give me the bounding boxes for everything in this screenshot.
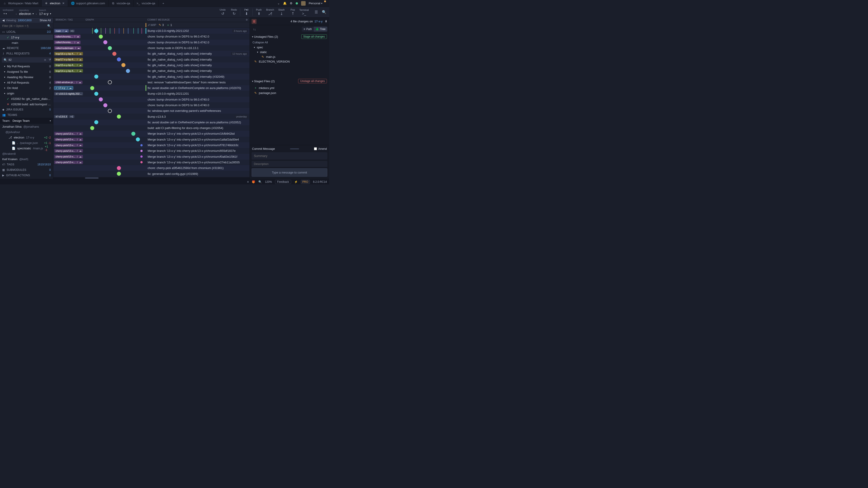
tab-repo-electron[interactable]: ⚛electron✕ — [41, 0, 68, 6]
commit-button[interactable]: Type a message to commit — [252, 168, 327, 177]
pr-origin[interactable]: ▾origin — [0, 91, 53, 96]
show-all-link[interactable]: Show All — [39, 19, 51, 22]
zoom-icon[interactable]: 🔍 — [258, 180, 262, 184]
search-icon[interactable]: 🔍 — [47, 24, 51, 28]
tab-workspace[interactable]: ⌂Workspace / Malo Mart — [0, 0, 41, 6]
gear-icon[interactable]: ⚙ — [246, 19, 248, 21]
commit-row[interactable]: child-window-pr... ⤸ ☁ test: remove "nat… — [53, 79, 250, 85]
section-gh-actions[interactable]: ▶GITHUB ACTIONS0 — [0, 173, 53, 178]
section-teams[interactable]: 👥TEAMS — [0, 112, 53, 118]
chevron-down-icon[interactable]: ⌄ — [277, 2, 280, 5]
commit-row[interactable]: ✓ 17-x-y ⤸ ☁ fix: avoid double call in O… — [53, 85, 250, 91]
team-selector[interactable]: Team:Design Team▾ — [0, 118, 53, 124]
file-main-js[interactable]: ✎main.js — [253, 55, 329, 59]
branch-selector[interactable]: branch17-x-y▾ — [39, 9, 51, 15]
h-scrollbar[interactable] — [53, 177, 250, 179]
section-submodules[interactable]: ▦SUBMODULES0 — [0, 167, 53, 173]
team-member[interactable]: Jonathan Silva @jonathans — [0, 124, 53, 129]
commit-row[interactable]: fix: window.open not overriding parent's… — [53, 108, 250, 113]
repo-selector[interactable]: repositoryelectron▾ — [19, 9, 33, 15]
branch-main[interactable]: main — [0, 40, 53, 45]
close-icon[interactable]: ✕ — [62, 2, 65, 5]
commit-row[interactable]: cherry-pick/13-x... ⤸ ☁ Merge branch '13… — [53, 142, 250, 148]
team-member[interactable]: Keif Kraken @keif1 — [0, 156, 53, 162]
gift-icon[interactable]: 🎁 — [252, 180, 255, 184]
pr-item-2[interactable]: ✕#28288 build: add boringssl hea... — [0, 101, 53, 107]
commit-row[interactable]: trop/15-x-y-bp-fi... ⤸ ☁ fix: gtk_native… — [53, 62, 250, 68]
staged-header[interactable]: ▾ Staged Files (2)Unstage all changes — [250, 77, 329, 85]
tab-vscode-qa-1[interactable]: ⧉vscode-qa — [108, 0, 133, 6]
drag-handle[interactable] — [290, 149, 299, 149]
commit-row[interactable]: roller/chromiu... ⤸ ☁ chore: bump chromi… — [53, 39, 250, 45]
section-jira[interactable]: ◆JIRA ISSUES0 — [0, 107, 53, 112]
team-member[interactable]: 📄 spec/static /main.js+1 -1 — [0, 145, 53, 151]
commit-row[interactable]: fix: generate valid config.gypi (#31989) — [53, 171, 250, 176]
search-icon[interactable]: 🔍 — [322, 10, 327, 14]
section-tags[interactable]: 🏷TAGS1610/1610 — [0, 162, 53, 167]
filter-input[interactable] — [2, 24, 46, 28]
toolbar-push[interactable]: Push⬆ — [254, 8, 264, 16]
section-remote[interactable]: ☁REMOTE188/188 — [0, 45, 53, 51]
tier-badge[interactable]: PRO — [301, 180, 310, 184]
commit-summary-input[interactable] — [252, 152, 327, 160]
commit-row[interactable]: trop/17-x-y-bp-fi... ⤸ ☁ fix: gtk_native… — [53, 57, 250, 62]
toggle-tree[interactable]: 🌲Tree — [314, 27, 327, 32]
toolbar-pull[interactable]: Pull⬇▾ — [241, 8, 252, 16]
section-prs[interactable]: ⤸PULL REQUESTS4 — [0, 51, 53, 56]
commit-row[interactable]: roller/node/main ⤸ ☁ chore: bump node in… — [53, 45, 250, 51]
section-local[interactable]: ▭LOCAL2/2 — [0, 29, 53, 35]
pr-group[interactable]: ▾Awaiting My Review0 — [0, 74, 53, 80]
pr-item-1[interactable]: ✓#32082 fix: gtk_native_dialog_ru... — [0, 96, 53, 101]
commit-row[interactable]: cherry-pick/13-x... ⤸ ☁ Merge branch '13… — [53, 154, 250, 160]
bell-icon[interactable]: 🔔 — [283, 2, 287, 5]
toggle-path[interactable]: ≡Path — [302, 27, 314, 32]
file-package-json[interactable]: ✎package.json — [253, 91, 329, 95]
stage-all-button[interactable]: Stage all changes — [301, 34, 327, 39]
commit-row[interactable]: trop/14-x-y-bp-fi... ⤸ ☁ fix: gtk_native… — [53, 68, 250, 74]
commit-row[interactable]: cherry-pick/13-x... ⤸ ☁ Merge branch '13… — [53, 148, 250, 154]
tab-support[interactable]: 🌐support.gitkraken.com — [68, 0, 108, 6]
wip-row[interactable]: // WIP ✎3 ＋1 — [53, 22, 250, 28]
commit-row[interactable]: build: add CI path-filtering for docs-on… — [53, 125, 250, 131]
toolbar-stash[interactable]: Stash⤓ — [276, 8, 287, 16]
avatar[interactable] — [301, 1, 306, 6]
pr-group[interactable]: ▾Assigned To Me0 — [0, 69, 53, 74]
zoom-level[interactable]: 120% — [265, 180, 272, 184]
team-member[interactable]: @kraken8 — [0, 151, 53, 156]
toolbar-branch[interactable]: Branch⎇ — [265, 8, 275, 16]
panel-toggle-icon[interactable]: ☰ — [315, 10, 318, 14]
gear-icon[interactable]: ⚙ — [290, 2, 292, 5]
add-button[interactable]: ＋▾ — [3, 11, 7, 15]
toolbar-undo[interactable]: Undo↺ — [217, 8, 228, 16]
feedback-button[interactable]: Feedback — [275, 180, 291, 184]
folder-spec[interactable]: ▾spec — [253, 45, 329, 50]
download-icon[interactable]: ⬇ — [325, 20, 327, 23]
commit-row[interactable]: trop/16-x-y-bp-fi... ⤸ ☁ fix: gtk_native… — [53, 51, 250, 57]
toolbar-redo[interactable]: Redo↻ — [229, 8, 239, 16]
list-icon[interactable]: ≡ — [247, 180, 249, 184]
pr-group[interactable]: ▾All Pull Requests4 — [0, 80, 53, 85]
back-icon[interactable]: ◀ — [2, 19, 4, 22]
commit-row[interactable]: chore: cherry-pick a5f54612590d from chr… — [53, 165, 250, 171]
commit-row[interactable]: fix: gtk_native_dialog_run() calls show(… — [53, 74, 250, 79]
collapse-all[interactable]: Collapse All — [250, 40, 329, 44]
commit-desc-input[interactable] — [252, 161, 327, 167]
file-mkdocs[interactable]: ＋mkdocs.yml — [253, 85, 329, 91]
commit-row[interactable]: 🏷 v18.0.0-nightly.202... Bump v18.0.0-ni… — [53, 91, 250, 96]
commit-row[interactable]: cherry-pick/13-x... ⤸ ☁ Merge branch '13… — [53, 160, 250, 165]
tab-vscode-qa-2[interactable]: >_vscode-qa — [133, 0, 159, 6]
toolbar-terminal[interactable]: Terminal>_ — [299, 8, 309, 16]
sort-button[interactable]: ↑↓ — [252, 27, 257, 32]
commit-row[interactable]: cherry-pick/13-x... ⤸ ☁ Merge branch '13… — [53, 137, 250, 142]
toolbar-pop[interactable]: Pop⤒ — [287, 8, 298, 16]
folder-static[interactable]: ▾static — [253, 50, 329, 55]
unstaged-header[interactable]: ▾ Unstaged Files (2)Stage all changes — [250, 33, 329, 40]
commit-row[interactable]: chore: bump chromium in DEPS to 98.0.474… — [53, 102, 250, 108]
commit-row[interactable]: main ⤸ ☁+1 Bump v18.0.0-nightly.20211202… — [53, 28, 250, 34]
team-member[interactable]: @jsilvafour — [0, 129, 53, 135]
team-member[interactable]: ⎇ electron 17-x-y+2 -2 — [0, 135, 53, 140]
unstage-all-button[interactable]: Unstage all changes — [298, 79, 327, 84]
pr-group[interactable]: ▾On Hold2 — [0, 85, 53, 91]
commit-row[interactable]: fix: avoid double call in OnRefreshCompl… — [53, 120, 250, 125]
discard-button[interactable]: 🗑 — [252, 19, 256, 24]
